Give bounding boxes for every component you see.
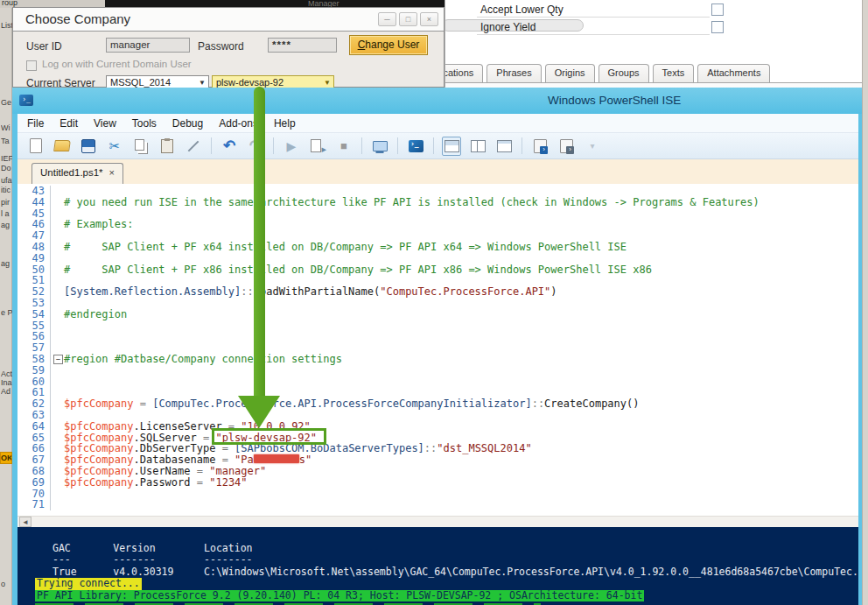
code-segment: ::: [424, 443, 437, 454]
layout-split-vertical-icon[interactable]: [468, 137, 487, 156]
layout-split-horizontal-icon[interactable]: [442, 137, 461, 156]
accept-lower-qty-checkbox[interactable]: [711, 4, 724, 16]
user-id-label: User ID: [26, 40, 62, 53]
annotation-arrow-head-icon: [238, 396, 280, 428]
editor-line-48[interactable]: 48# SAP Client + PF x64 installed on DB/…: [18, 242, 858, 253]
editor-line-67[interactable]: 67$pfcCompany.Databasename = "Pas": [18, 454, 858, 466]
cut-icon[interactable]: ✂: [105, 137, 124, 156]
editor-line-60[interactable]: 60: [18, 376, 858, 388]
close-tab-icon[interactable]: ×: [109, 167, 115, 184]
editor-line-70[interactable]: 70: [18, 489, 858, 500]
close-icon[interactable]: ×: [420, 12, 438, 26]
editor-lines[interactable]: 4344# you need run ISE in the same archi…: [18, 184, 858, 516]
ignore-yield-checkbox[interactable]: [711, 21, 724, 33]
tab-texts[interactable]: Texts: [653, 64, 695, 83]
editor-line-45[interactable]: 45: [18, 208, 858, 220]
new-remote-tab-icon[interactable]: [556, 137, 576, 156]
horizontal-scrollbar[interactable]: ◄: [18, 516, 858, 527]
domain-user-checkbox-label: Log on with Current Domain User: [42, 59, 192, 69]
chevron-down-icon[interactable]: ▼: [324, 79, 331, 87]
undo-icon[interactable]: ↶: [220, 137, 239, 156]
fold-collapse-icon[interactable]: [51, 354, 64, 365]
clear-pane-icon[interactable]: [184, 137, 203, 156]
menu-view[interactable]: View: [86, 115, 124, 132]
editor-line-44[interactable]: 44# you need run ISE in the same archite…: [18, 197, 858, 208]
line-number: 63: [18, 410, 51, 421]
open-folder-icon[interactable]: [52, 137, 72, 156]
paste-icon[interactable]: [158, 137, 177, 156]
editor-line-49[interactable]: 49: [18, 253, 858, 264]
powershell-console-icon[interactable]: [406, 137, 425, 156]
editor-line-50[interactable]: 50# SAP Client + PF x86 installed on DB/…: [18, 264, 858, 276]
editor-line-63[interactable]: 63: [18, 410, 858, 421]
editor-line-53[interactable]: 53: [18, 298, 858, 309]
user-id-field[interactable]: manager: [106, 38, 190, 53]
ignore-yield-label: Ignore Yield: [480, 21, 536, 33]
left-strip-fragment: Ina: [1, 378, 12, 387]
code-segment: .LicenseServer: [133, 421, 221, 433]
line-number: 59: [18, 365, 51, 376]
menu-help[interactable]: Help: [266, 115, 304, 132]
run-selection-icon[interactable]: [308, 137, 327, 156]
toolbar-overflow-icon[interactable]: ▾: [583, 137, 602, 156]
editor-line-71[interactable]: 71: [18, 499, 858, 510]
scroll-left-icon[interactable]: ◄: [19, 517, 32, 527]
remote-session-icon[interactable]: [370, 137, 389, 156]
editor-line-55[interactable]: 55: [18, 320, 858, 332]
toolbar-separator: [273, 137, 274, 154]
editor-line-69[interactable]: 69$pfcCompany.Password = "1234": [18, 477, 858, 489]
menu-tools[interactable]: Tools: [124, 115, 164, 132]
line-number: 68: [18, 466, 51, 477]
chevron-down-icon[interactable]: ▼: [199, 79, 206, 87]
code-segment: .Password: [133, 477, 190, 489]
ise-titlebar[interactable]: ›_ Windows PowerShell ISE: [12, 88, 862, 114]
editor-line-68[interactable]: 68$pfcCompany.UserName = "manager": [18, 466, 858, 477]
code-segment: "Pa: [234, 454, 254, 466]
tab-phrases[interactable]: Phrases: [486, 64, 541, 83]
domain-user-checkbox[interactable]: [26, 60, 37, 71]
tab-ications[interactable]: ications: [445, 64, 483, 83]
new-powershell-tab-icon[interactable]: [530, 137, 550, 156]
editor-line-64[interactable]: 64$pfcCompany.LicenseServer = "10.0.0.92…: [18, 421, 858, 433]
editor-line-46[interactable]: 46# Examples:: [18, 219, 858, 230]
run-script-icon[interactable]: ▶: [282, 137, 301, 156]
code-segment: .Databasename: [133, 454, 215, 466]
menu-debug[interactable]: Debug: [164, 115, 211, 132]
tab-groups[interactable]: Groups: [598, 64, 649, 83]
fold-gutter: [51, 309, 64, 320]
redaction-overlay: [254, 454, 299, 463]
left-strip-fragment[interactable]: OK: [0, 452, 12, 464]
stop-icon[interactable]: ■: [334, 137, 354, 156]
screen: ListGeWiTaIEFDoufaiticpirl aagage PActIn…: [0, 0, 868, 605]
code-segment: "CompuTec.ProcessForce.API": [380, 286, 550, 298]
script-tab-untitled1[interactable]: Untitled1.ps1* ×: [32, 163, 123, 184]
editor-line-62[interactable]: 62$pfcCompany = [CompuTec.ProcessForce.A…: [18, 398, 858, 410]
new-file-icon[interactable]: [26, 137, 46, 156]
editor-line-54[interactable]: 54#endregion: [18, 309, 858, 320]
editor-line-58[interactable]: 58#region #Datbase/Company connection se…: [18, 354, 858, 365]
left-strip-fragment: List: [1, 21, 12, 30]
editor-line-56[interactable]: 56: [18, 331, 858, 342]
line-number: 48: [18, 242, 51, 253]
console-pane[interactable]: GAC Version Location--- ------- --------…: [18, 527, 858, 605]
tab-attachments[interactable]: Attachments: [697, 64, 770, 83]
maximize-icon[interactable]: □: [399, 12, 417, 26]
save-icon[interactable]: [79, 137, 98, 156]
line-number: 53: [18, 298, 51, 309]
code-segment: $pfcCompany: [64, 454, 133, 466]
menu-file[interactable]: File: [19, 115, 52, 132]
powershell-app-icon: ›_: [19, 95, 33, 106]
copy-icon[interactable]: [131, 137, 150, 156]
tab-origins[interactable]: Origins: [545, 64, 595, 83]
dialog-titlebar[interactable]: Choose Company ─ □ ×: [13, 8, 444, 32]
editor-line-59[interactable]: 59: [18, 365, 858, 376]
editor-line-52[interactable]: 52[System.Reflection.Assembly]::LoadWith…: [18, 286, 858, 298]
left-strip-fragment: ufa: [1, 176, 12, 185]
minimize-icon[interactable]: ─: [378, 12, 396, 26]
left-strip-fragment: Act: [1, 369, 12, 378]
change-user-button[interactable]: Change User: [349, 35, 428, 55]
menu-edit[interactable]: Edit: [52, 115, 86, 132]
layout-maximize-script-icon[interactable]: [494, 137, 514, 156]
editor-line-43[interactable]: 43: [18, 186, 858, 197]
password-field[interactable]: ****: [268, 38, 337, 53]
